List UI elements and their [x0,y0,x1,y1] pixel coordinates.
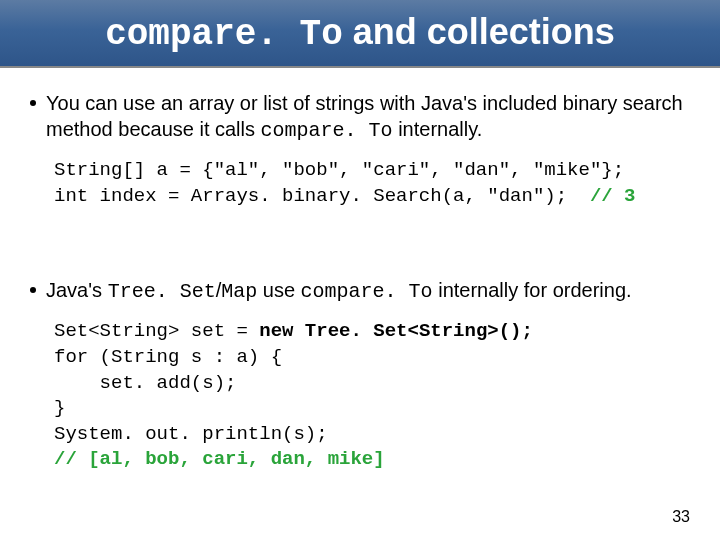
bullet-1-post: internally. [393,118,483,140]
slide-title: compare. To and collections [105,11,615,55]
bullet-2-code3: compare. To [301,280,433,303]
bullet-1: You can use an array or list of strings … [30,90,690,144]
bullet-2-mid2: use [257,279,300,301]
code2-line1a: Set<String> set = [54,320,259,342]
code2-line4: } [54,397,65,419]
code2-line1d: Tree. Set<String>(); [305,320,533,342]
content-area: You can use an array or list of strings … [0,68,720,473]
title-code: compare. To [105,14,343,55]
bullet-2-code2: Map [221,280,257,303]
bullet-1-code: compare. To [261,119,393,142]
code2-line3: set. add(s); [54,372,236,394]
title-bar: compare. To and collections [0,0,720,68]
code-block-1: String[] a = {"al", "bob", "cari", "dan"… [54,158,690,209]
code2-line1c [293,320,304,342]
title-rest: and collections [343,11,615,52]
code-block-2: Set<String> set = new Tree. Set<String>(… [54,319,690,473]
slide: compare. To and collections You can use … [0,0,720,540]
bullet-2: Java's Tree. Set/Map use compare. To int… [30,277,690,305]
bullet-dot-icon [30,100,36,106]
code1-line1: String[] a = {"al", "bob", "cari", "dan"… [54,159,624,181]
code1-line2a: int index = Arrays. binary. Search(a, "d… [54,185,590,207]
spacer [30,237,690,277]
bullet-2-code1: Tree. Set [108,280,216,303]
page-number: 33 [672,508,690,526]
code1-line2b: // 3 [590,185,636,207]
code2-line1b: new [259,320,293,342]
code2-line2: for (String s : a) { [54,346,282,368]
bullet-2-text: Java's Tree. Set/Map use compare. To int… [46,277,690,305]
bullet-2-pre: Java's [46,279,108,301]
bullet-dot-icon [30,287,36,293]
bullet-2-post: internally for ordering. [433,279,632,301]
bullet-1-text: You can use an array or list of strings … [46,90,690,144]
code2-line6: // [al, bob, cari, dan, mike] [54,448,385,470]
code2-line5: System. out. println(s); [54,423,328,445]
